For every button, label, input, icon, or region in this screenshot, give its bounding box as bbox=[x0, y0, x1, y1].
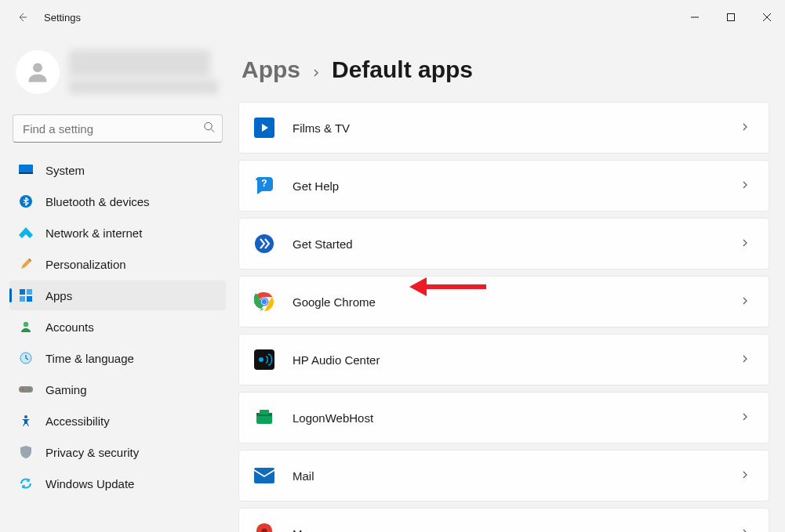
arrow-left-icon bbox=[16, 11, 28, 24]
breadcrumb-parent[interactable]: Apps bbox=[242, 56, 300, 83]
svg-rect-8 bbox=[19, 172, 33, 174]
sidebar-item-bluetooth[interactable]: Bluetooth & devices bbox=[9, 186, 226, 216]
apps-icon bbox=[19, 288, 33, 302]
close-icon bbox=[763, 13, 771, 21]
svg-point-14 bbox=[24, 322, 28, 327]
chevron-right-icon bbox=[740, 179, 750, 193]
profile-info bbox=[69, 50, 220, 94]
titlebar: Settings bbox=[0, 0, 785, 34]
sidebar-item-label: Privacy & security bbox=[45, 446, 139, 459]
svg-point-17 bbox=[22, 389, 24, 390]
sidebar-item-time[interactable]: Time & language bbox=[9, 343, 226, 373]
app-row-get-started[interactable]: Get Started bbox=[238, 218, 769, 270]
back-button[interactable] bbox=[6, 2, 38, 33]
wifi-icon bbox=[19, 226, 33, 240]
svg-point-26 bbox=[262, 299, 267, 305]
app-label: Get Help bbox=[293, 179, 723, 193]
svg-rect-16 bbox=[19, 386, 33, 393]
sidebar-item-update[interactable]: Windows Update bbox=[9, 469, 226, 498]
clock-globe-icon bbox=[19, 351, 33, 365]
app-row-films-tv[interactable]: Films & TV bbox=[238, 102, 769, 154]
person-icon bbox=[24, 59, 51, 85]
sidebar-item-label: System bbox=[45, 164, 85, 177]
sidebar-item-network[interactable]: Network & internet bbox=[9, 218, 226, 248]
sidebar-item-label: Accounts bbox=[45, 320, 94, 334]
svg-point-18 bbox=[28, 389, 30, 390]
sidebar-item-accessibility[interactable]: Accessibility bbox=[9, 406, 226, 436]
sidebar-item-label: Apps bbox=[45, 289, 72, 302]
get-help-icon: ? bbox=[253, 175, 275, 197]
maps-icon bbox=[253, 523, 275, 532]
app-row-maps[interactable]: Maps bbox=[238, 508, 769, 532]
minimize-icon bbox=[691, 13, 699, 21]
close-button[interactable] bbox=[749, 5, 785, 30]
sidebar-item-label: Gaming bbox=[45, 383, 87, 396]
sidebar-item-system[interactable]: System bbox=[9, 155, 226, 185]
titlebar-left: Settings bbox=[6, 2, 81, 33]
films-tv-icon bbox=[253, 117, 275, 139]
avatar bbox=[16, 50, 60, 94]
mail-icon bbox=[253, 465, 275, 487]
svg-rect-1 bbox=[728, 14, 735, 21]
hp-audio-icon bbox=[253, 349, 275, 371]
sidebar-item-label: Accessibility bbox=[45, 414, 110, 428]
person-icon bbox=[19, 320, 33, 334]
sidebar: System Bluetooth & devices Network & int… bbox=[0, 34, 235, 532]
sidebar-item-personalization[interactable]: Personalization bbox=[9, 249, 226, 279]
profile-name-redacted bbox=[69, 50, 210, 77]
sidebar-item-gaming[interactable]: Gaming bbox=[9, 375, 226, 404]
maximize-button[interactable] bbox=[713, 5, 749, 30]
app-row-google-chrome[interactable]: Google Chrome bbox=[238, 276, 769, 328]
app-label: Get Started bbox=[293, 237, 723, 251]
profile-block[interactable] bbox=[3, 41, 232, 103]
chevron-right-icon bbox=[740, 411, 750, 425]
chevron-right-icon bbox=[311, 65, 321, 81]
app-row-mail[interactable]: Mail bbox=[238, 450, 769, 501]
svg-point-28 bbox=[259, 357, 263, 362]
chevron-right-icon bbox=[740, 121, 750, 135]
sidebar-item-accounts[interactable]: Accounts bbox=[9, 312, 226, 342]
app-row-logonwebhost[interactable]: LogonWebHost bbox=[238, 392, 769, 443]
svg-rect-13 bbox=[27, 296, 32, 302]
app-label: LogonWebHost bbox=[293, 411, 723, 425]
accessibility-icon bbox=[19, 414, 33, 428]
display-icon bbox=[19, 163, 33, 177]
app-label: Google Chrome bbox=[293, 295, 723, 309]
app-label: Maps bbox=[293, 527, 723, 533]
sidebar-item-privacy[interactable]: Privacy & security bbox=[9, 437, 226, 467]
svg-text:?: ? bbox=[261, 178, 267, 189]
logonwebhost-icon bbox=[253, 407, 275, 429]
search-box bbox=[13, 114, 223, 143]
svg-rect-11 bbox=[27, 289, 32, 295]
get-started-icon bbox=[253, 233, 275, 255]
svg-point-4 bbox=[33, 63, 42, 72]
layout: System Bluetooth & devices Network & int… bbox=[0, 34, 785, 532]
minimize-button[interactable] bbox=[677, 5, 713, 30]
paintbrush-icon bbox=[19, 257, 33, 271]
search-icon bbox=[203, 121, 215, 136]
shield-icon bbox=[19, 445, 33, 459]
search-input[interactable] bbox=[13, 114, 223, 143]
svg-point-5 bbox=[205, 122, 212, 129]
chevron-right-icon bbox=[740, 353, 750, 367]
svg-point-19 bbox=[24, 415, 27, 418]
app-label: Mail bbox=[293, 469, 723, 483]
sidebar-item-label: Network & internet bbox=[45, 226, 142, 240]
window-title: Settings bbox=[44, 12, 81, 24]
sidebar-item-apps[interactable]: Apps bbox=[9, 280, 226, 310]
app-label: HP Audio Center bbox=[293, 353, 723, 367]
app-row-get-help[interactable]: ? Get Help bbox=[238, 160, 769, 212]
update-icon bbox=[19, 476, 33, 490]
gamepad-icon bbox=[19, 382, 33, 396]
svg-rect-12 bbox=[20, 296, 25, 302]
svg-rect-31 bbox=[260, 410, 269, 414]
maximize-icon bbox=[727, 13, 735, 21]
bluetooth-icon bbox=[19, 194, 33, 208]
chrome-icon bbox=[253, 291, 275, 313]
svg-rect-10 bbox=[20, 289, 25, 295]
app-row-hp-audio[interactable]: HP Audio Center bbox=[238, 334, 769, 385]
svg-line-6 bbox=[211, 129, 214, 132]
app-list: Films & TV ? Get Help Get Started bbox=[238, 102, 769, 532]
chevron-right-icon bbox=[740, 237, 750, 251]
app-label: Films & TV bbox=[293, 121, 723, 135]
